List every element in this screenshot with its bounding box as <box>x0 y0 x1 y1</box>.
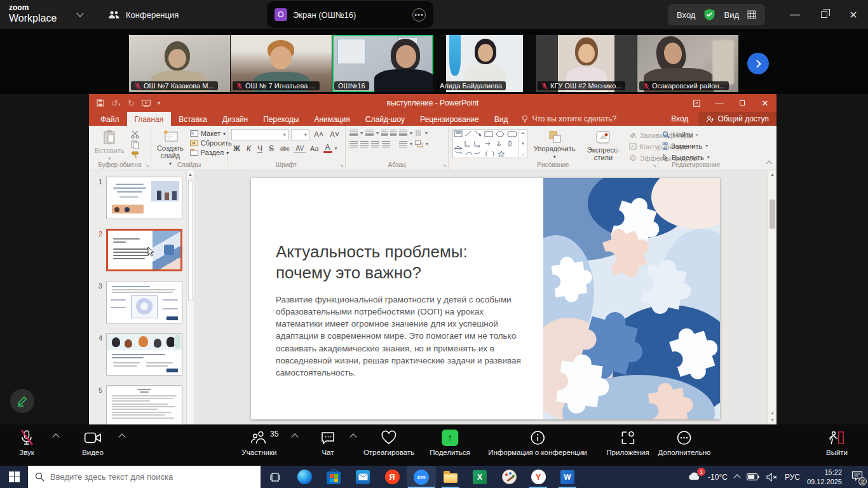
collapse-ribbon-icon[interactable] <box>766 161 773 167</box>
customize-qat-icon[interactable]: ▾ <box>158 100 161 106</box>
slide-canvas[interactable]: Актуальность проблемы: почему это важно?… <box>251 178 720 419</box>
tab-review[interactable]: Рецензирование <box>412 112 487 126</box>
more-button[interactable]: Дополнительно <box>658 429 711 456</box>
paint-taskbar-button[interactable] <box>494 466 524 488</box>
previous-slide-icon[interactable]: ▴ <box>768 410 776 416</box>
restore-button[interactable] <box>810 0 839 29</box>
shadow-button[interactable]: abc <box>278 146 292 152</box>
tab-home[interactable]: Главная <box>127 112 172 126</box>
format-painter-icon[interactable] <box>131 151 140 159</box>
store-taskbar-button[interactable] <box>319 466 348 488</box>
tab-slideshow[interactable]: Слайд-шоу <box>358 112 412 126</box>
ribbon-display-options-icon[interactable] <box>685 94 708 112</box>
slide-thumbnail-5[interactable]: 5 <box>93 385 194 428</box>
scroll-up-icon[interactable]: ▲ <box>768 170 776 177</box>
ppt-close-button[interactable]: ✕ <box>754 94 776 112</box>
puzzle-image[interactable] <box>543 178 720 419</box>
ppt-signin-button[interactable]: Вход <box>663 114 696 123</box>
shapes-scrollbar[interactable]: ▲▼▿ <box>519 130 527 158</box>
video-tile[interactable]: ОШ №7 Казакова М... <box>129 35 230 92</box>
share-button[interactable]: Общий доступ <box>698 112 776 126</box>
scrollbar-thumb[interactable] <box>770 200 775 229</box>
battery-icon[interactable] <box>747 473 759 480</box>
align-center-icon[interactable] <box>360 141 369 147</box>
char-spacing-button[interactable]: AV <box>294 145 306 152</box>
strikethrough-button[interactable]: S <box>267 144 276 153</box>
layout-button[interactable]: Макет▾ <box>190 130 232 137</box>
shapes-gallery[interactable]: ▲▼▿ <box>452 129 527 158</box>
apps-button[interactable]: Приложения <box>606 429 649 456</box>
bold-button[interactable]: Ж <box>231 144 242 153</box>
participants-options-chevron[interactable] <box>291 433 298 440</box>
italic-button[interactable]: К <box>245 144 253 153</box>
scrollbar-thumb[interactable] <box>188 180 193 301</box>
tab-options-icon[interactable]: ••• <box>412 8 426 22</box>
chat-options-chevron[interactable] <box>349 433 356 440</box>
tab-shared-screen[interactable]: O Экран (ОШ№16) ••• <box>267 1 433 28</box>
video-tile[interactable]: Алида Байдалиева <box>434 35 535 92</box>
weather-widget[interactable]: 1 <box>688 471 701 482</box>
grow-font-button[interactable]: A˄ <box>312 130 325 139</box>
slide-thumbnail-3[interactable]: 3 <box>93 281 194 323</box>
language-indicator[interactable]: РУС <box>785 473 800 482</box>
yandex-browser-taskbar-button[interactable]: Y <box>524 466 553 488</box>
font-size-combo[interactable]: ▾ <box>291 129 309 140</box>
find-button[interactable]: Найти <box>662 130 710 139</box>
thumbnail-scrollbar[interactable]: ▲ <box>186 170 194 424</box>
editor-scrollbar[interactable]: ▲ ▴ ▾ <box>768 170 776 424</box>
underline-button[interactable]: Ч <box>255 144 264 153</box>
tab-animations[interactable]: Анимация <box>306 112 357 126</box>
align-right-icon[interactable] <box>371 141 379 147</box>
next-slide-icon[interactable]: ▾ <box>768 417 776 423</box>
tray-expand-chevron[interactable] <box>733 474 740 481</box>
notification-center-button[interactable]: 2 <box>851 471 863 483</box>
next-participants-page-button[interactable] <box>747 53 769 74</box>
annotate-button[interactable] <box>10 389 34 413</box>
chevron-down-icon[interactable] <box>76 10 83 17</box>
font-name-combo[interactable]: ▾ <box>231 129 288 140</box>
yandex-taskbar-button[interactable]: Я <box>377 466 407 488</box>
increase-indent-icon[interactable] <box>390 130 397 136</box>
meeting-info-button[interactable]: Информация о конференции <box>488 429 587 456</box>
share-screen-button[interactable]: ↑ Поделиться <box>430 429 470 456</box>
section-button[interactable]: Раздел▾ <box>190 149 232 156</box>
dialog-launcher-icon[interactable]: ↘ <box>145 163 149 168</box>
search-input[interactable] <box>50 472 254 482</box>
excel-taskbar-button[interactable]: X <box>465 466 494 488</box>
security-shield-icon[interactable] <box>703 8 715 21</box>
signin-button[interactable]: Вход <box>677 10 695 20</box>
mail-taskbar-button[interactable] <box>348 466 377 488</box>
clock[interactable]: 15:22 09.12.2025 <box>807 468 842 487</box>
dialog-launcher-icon[interactable]: ↘ <box>339 163 344 168</box>
explorer-taskbar-button[interactable] <box>436 466 465 488</box>
slide-title[interactable]: Актуальность проблемы: почему это важно? <box>276 241 524 283</box>
copy-icon[interactable] <box>131 140 140 149</box>
tab-transitions[interactable]: Переходы <box>255 112 306 126</box>
tell-me-box[interactable]: Что вы хотите сделать? <box>515 112 623 126</box>
tab-conference[interactable]: Конференция <box>108 0 179 29</box>
audio-options-chevron[interactable] <box>52 433 59 440</box>
slide-thumbnail-2-selected[interactable]: 2 <box>93 229 194 271</box>
ppt-minimize-button[interactable]: — <box>708 94 731 112</box>
word-taskbar-button[interactable]: W <box>553 466 582 488</box>
video-button[interactable]: Видео <box>82 429 104 456</box>
edge-taskbar-button[interactable] <box>290 466 319 488</box>
decrease-indent-icon[interactable] <box>381 130 388 136</box>
leave-button[interactable]: Выйти <box>826 429 848 456</box>
shrink-font-button[interactable]: A˅ <box>328 130 341 139</box>
tab-insert[interactable]: Вставка <box>171 112 215 126</box>
video-tile[interactable]: ОШ № 7 Игнатьева ... <box>231 35 332 92</box>
text-direction-icon[interactable] <box>415 129 423 137</box>
redo-icon[interactable]: ↻ <box>128 98 135 108</box>
undo-icon[interactable]: ↺▾ <box>111 98 121 108</box>
font-color-button[interactable]: А <box>323 144 332 153</box>
numbering-icon[interactable] <box>365 130 374 136</box>
minimize-button[interactable]: — <box>780 0 810 29</box>
columns-icon[interactable] <box>399 141 407 147</box>
video-tile-active-speaker[interactable]: ОШ№16 <box>332 35 433 92</box>
tab-file[interactable]: Файл <box>93 112 127 126</box>
start-slideshow-icon[interactable] <box>142 100 151 107</box>
slide-thumbnail-1[interactable]: 1 <box>93 177 194 219</box>
tab-view[interactable]: Вид <box>487 112 516 126</box>
change-case-button[interactable]: Aa <box>308 145 320 152</box>
